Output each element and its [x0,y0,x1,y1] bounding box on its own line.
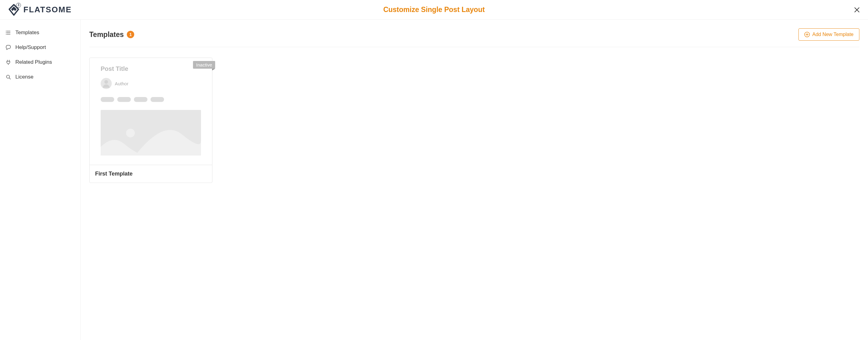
brand-area: 3 FLATSOME [7,3,72,16]
count-badge: 1 [127,31,134,38]
brand-name: FLATSOME [23,5,72,15]
card-footer: First Template [90,165,212,182]
add-button-label: Add New Template [812,32,854,37]
main-content: Templates 1 Add New Template Inactive Po… [81,20,868,340]
logo-badge: 3 [16,3,21,8]
svg-point-2 [126,129,135,137]
main-header: Templates 1 Add New Template [89,28,859,47]
image-placeholder-icon [101,110,201,155]
plus-circle-icon [804,32,810,37]
close-icon [854,7,860,12]
close-button[interactable] [853,6,861,13]
avatar-icon [101,78,112,89]
app-header: 3 FLATSOME Customize Single Post Layout [0,0,868,20]
search-icon [5,74,11,80]
add-new-template-button[interactable]: Add New Template [799,28,859,41]
tag-placeholders [101,97,201,102]
template-name: First Template [95,171,207,177]
sidebar-item-help[interactable]: Help/Support [0,40,80,55]
page-title: Customize Single Post Layout [383,5,485,14]
sidebar-item-label: License [16,74,34,80]
author-row: Author [101,78,201,89]
sidebar-item-plugins[interactable]: Related Plugins [0,55,80,69]
pill-placeholder [134,97,148,102]
preview-post-title: Post Title [101,65,201,73]
sidebar-item-templates[interactable]: Templates [0,25,80,40]
list-icon [5,30,11,35]
card-preview: Post Title Author [90,58,212,165]
author-label: Author [115,81,128,86]
pill-placeholder [101,97,114,102]
logo-icon: 3 [7,3,20,16]
chat-icon [5,45,11,50]
status-badge: Inactive [193,61,215,69]
template-card[interactable]: Inactive Post Title Author [89,58,212,183]
sidebar-item-label: Related Plugins [16,59,52,65]
plug-icon [5,59,11,65]
main-title: Templates [89,30,124,39]
sidebar: Templates Help/Support Related Plugins L… [0,20,81,340]
pill-placeholder [151,97,164,102]
template-grid: Inactive Post Title Author [89,58,859,183]
layout: Templates Help/Support Related Plugins L… [0,20,868,340]
main-title-wrap: Templates 1 [89,30,134,39]
sidebar-item-label: Templates [16,30,39,36]
pill-placeholder [117,97,131,102]
sidebar-item-label: Help/Support [16,44,46,51]
sidebar-item-license[interactable]: License [0,69,80,84]
